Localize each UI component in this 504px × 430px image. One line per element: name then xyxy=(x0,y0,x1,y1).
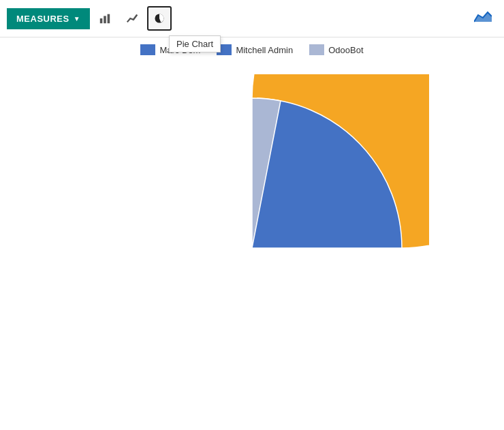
legend-label-mitchell: Mitchell Admin xyxy=(236,45,293,55)
legend-item-odoobot: OdooBot xyxy=(309,44,363,55)
pie-chart-button[interactable] xyxy=(147,6,172,31)
line-chart-button[interactable] xyxy=(120,6,144,31)
line-chart-icon xyxy=(126,12,138,25)
chart-legend: Marc Dem Mitchell Admin OdooBot xyxy=(0,37,504,59)
measures-button[interactable]: MEASURES ▼ xyxy=(7,8,90,29)
svg-rect-2 xyxy=(108,14,110,24)
svg-rect-0 xyxy=(100,18,103,23)
main-content: Marc Dem Mitchell Admin OdooBot xyxy=(0,37,504,430)
bar-chart-icon xyxy=(99,12,111,25)
measures-label: MEASURES xyxy=(16,14,69,24)
area-chart-button[interactable] xyxy=(469,5,497,32)
pie-chart-icon xyxy=(154,11,165,26)
area-chart-icon xyxy=(474,10,492,25)
pie-chart-svg xyxy=(75,74,429,408)
tooltip-text: Pie Chart xyxy=(176,39,213,49)
pie-chart-tooltip: Pie Chart xyxy=(169,35,221,52)
legend-label-odoobot: OdooBot xyxy=(328,45,363,55)
chart-area xyxy=(0,59,504,430)
bar-chart-button[interactable] xyxy=(93,6,117,31)
legend-color-marc xyxy=(140,44,155,55)
measures-chevron: ▼ xyxy=(74,15,80,22)
legend-color-odoobot xyxy=(309,44,324,55)
svg-rect-1 xyxy=(104,16,106,23)
toolbar: MEASURES ▼ Pie Chart xyxy=(0,0,504,37)
legend-item-mitchell: Mitchell Admin xyxy=(217,44,293,55)
